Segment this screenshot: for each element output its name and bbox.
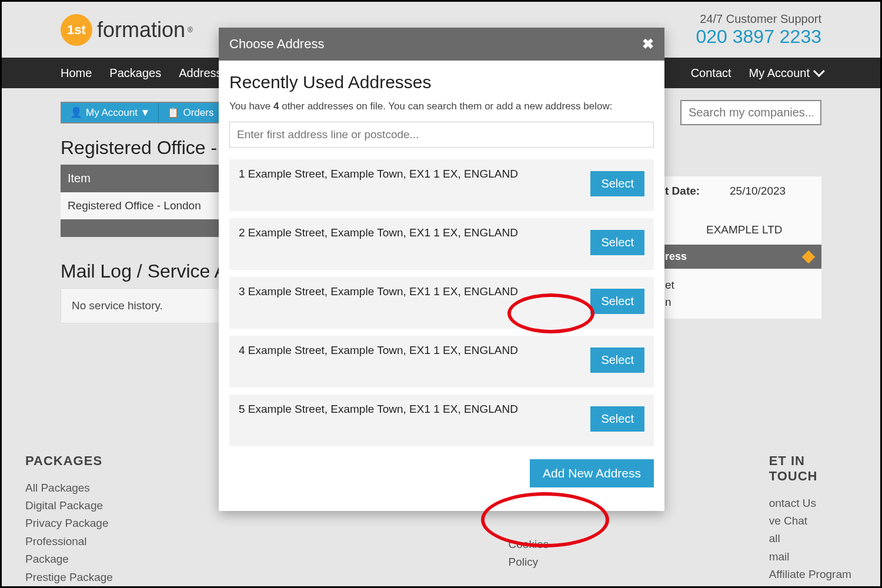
address-row: 3 Example Street, Example Town, EX1 1 EX… bbox=[229, 277, 654, 329]
address-text: 2 Example Street, Example Town, EX1 1 EX… bbox=[239, 226, 590, 239]
address-text: 4 Example Street, Example Town, EX1 1 EX… bbox=[239, 344, 590, 357]
address-text: 3 Example Street, Example Town, EX1 1 EX… bbox=[239, 285, 590, 298]
address-text: 1 Example Street, Example Town, EX1 1 EX… bbox=[239, 168, 590, 181]
address-row: 4 Example Street, Example Town, EX1 1 EX… bbox=[229, 336, 654, 387]
address-text: 5 Example Street, Example Town, EX1 1 EX… bbox=[239, 403, 590, 416]
modal-subtitle: You have 4 other addresses on file. You … bbox=[229, 101, 654, 112]
add-new-address-button[interactable]: Add New Address bbox=[530, 459, 654, 487]
select-button[interactable]: Select bbox=[590, 289, 644, 314]
select-button[interactable]: Select bbox=[590, 348, 644, 373]
address-row: 2 Example Street, Example Town, EX1 1 EX… bbox=[229, 218, 654, 270]
address-row: 5 Example Street, Example Town, EX1 1 EX… bbox=[229, 395, 654, 446]
address-search-input[interactable] bbox=[229, 122, 654, 148]
select-button[interactable]: Select bbox=[590, 230, 644, 255]
select-button[interactable]: Select bbox=[590, 171, 644, 196]
modal-header-title: Choose Address bbox=[229, 36, 324, 52]
select-button[interactable]: Select bbox=[590, 406, 644, 432]
modal-title: Recently Used Addresses bbox=[229, 72, 654, 92]
close-icon[interactable]: ✖ bbox=[642, 36, 654, 52]
address-row: 1 Example Street, Example Town, EX1 1 EX… bbox=[229, 159, 654, 211]
choose-address-modal: Choose Address ✖ Recently Used Addresses… bbox=[219, 28, 664, 511]
